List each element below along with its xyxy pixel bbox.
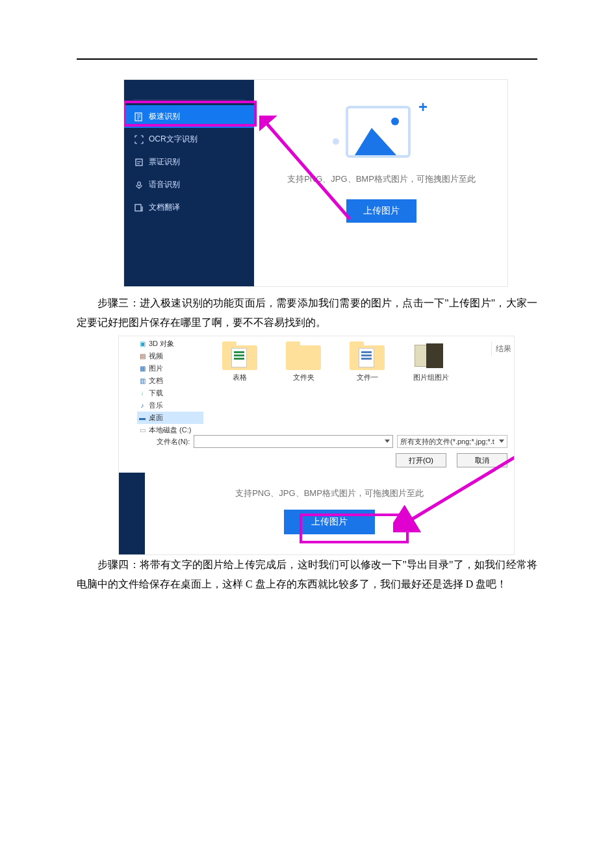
place-label: 音乐 — [149, 401, 163, 410]
disk-icon: ▭ — [138, 427, 146, 434]
music-icon: ♪ — [138, 402, 146, 410]
place-music[interactable]: ♪音乐 — [137, 399, 203, 412]
app-content: + 支持PNG、JPG、BMP格式图片，可拖拽图片至此 上传图片 — [254, 80, 508, 286]
folder-thumb-word[interactable]: 文件一 — [341, 338, 393, 403]
upload-button[interactable]: 上传图片 — [346, 199, 416, 223]
ocr-icon — [134, 135, 144, 144]
filename-input[interactable] — [194, 435, 393, 448]
upload-button[interactable]: 上传图片 — [284, 510, 375, 534]
place-label: 桌面 — [149, 413, 163, 423]
translate-icon — [134, 203, 144, 212]
place-label: 文档 — [149, 376, 163, 386]
sidebar-divider — [133, 99, 245, 100]
screenshot-step4: 结果 ▣3D 对象 ▤视频 ▦图片 ▥文档 ↓下载 ♪音乐 ▬桌面 ▭本地磁盘 … — [118, 336, 515, 555]
folder-thumb-excel[interactable]: 表格 — [214, 338, 266, 403]
horizontal-rule — [77, 58, 537, 60]
film-icon: ▤ — [138, 353, 146, 360]
paragraph-step4: 步骤四：将带有文字的图片给上传完成后，这时我们可以修改一下"导出目录"了，如我们… — [77, 555, 537, 593]
thumb-label: 图片组图片 — [405, 373, 457, 382]
filter-value: 所有支持的文件(*.png;*.jpg;*.t — [400, 438, 494, 445]
support-text: 支持PNG、JPG、BMP格式图片，可拖拽图片至此 — [145, 488, 514, 499]
place-desktop[interactable]: ▬桌面 — [137, 412, 203, 424]
support-text: 支持PNG、JPG、BMP格式图片，可拖拽图片至此 — [254, 173, 508, 185]
place-video[interactable]: ▤视频 — [137, 350, 203, 362]
filename-row: 文件名(N): 所有支持的文件(*.png;*.jpg;*.t — [157, 435, 507, 448]
thumb-label: 表格 — [214, 373, 266, 382]
place-label: 3D 对象 — [149, 339, 174, 349]
file-dialog-thumbnails: 表格 文件夹 文件一 图片组图片 — [207, 338, 511, 403]
upload-area[interactable]: + 支持PNG、JPG、BMP格式图片，可拖拽图片至此 上传图片 — [254, 80, 508, 223]
sidebar-item-label: OCR文字识别 — [149, 134, 198, 145]
svg-rect-3 — [135, 205, 141, 211]
sidebar-item-ocr[interactable]: OCR文字识别 — [124, 128, 254, 151]
thumb-label: 文件夹 — [277, 373, 329, 382]
folder-thumb-pictures[interactable]: 图片组图片 — [405, 338, 457, 403]
screenshot-step3: 极速识别 OCR文字识别 票证识别 语音识别 — [123, 79, 508, 287]
sidebar-item-speed-ocr[interactable]: 极速识别 — [124, 105, 254, 128]
app-sidebar: 极速识别 OCR文字识别 票证识别 语音识别 — [124, 80, 254, 286]
place-label: 图片 — [149, 364, 163, 373]
place-label: 本地磁盘 (C:) — [149, 425, 191, 435]
document-icon: ▥ — [138, 377, 146, 385]
thumb-label: 文件一 — [341, 373, 393, 382]
filename-label: 文件名(N): — [157, 437, 190, 447]
place-downloads[interactable]: ↓下载 — [137, 387, 203, 399]
sidebar-item-receipt[interactable]: 票证识别 — [124, 151, 254, 173]
place-label: 视频 — [149, 351, 163, 361]
paragraph-step3: 步骤三：进入极速识别的功能页面后，需要添加我们需要的图片，点击一下"上传图片"，… — [77, 293, 537, 332]
file-filter-dropdown[interactable]: 所有支持的文件(*.png;*.jpg;*.t — [397, 435, 507, 448]
app-sidebar-sliver — [119, 473, 145, 555]
chevron-down-icon — [385, 440, 390, 443]
cancel-button[interactable]: 取消 — [457, 453, 507, 467]
doc-speed-icon — [134, 112, 144, 121]
sidebar-item-label: 票证识别 — [149, 156, 180, 167]
place-3d[interactable]: ▣3D 对象 — [137, 338, 203, 350]
file-dialog-places: ▣3D 对象 ▤视频 ▦图片 ▥文档 ↓下载 ♪音乐 ▬桌面 ▭本地磁盘 (C:… — [137, 338, 203, 436]
sidebar-item-label: 极速识别 — [149, 111, 180, 122]
svg-rect-1 — [136, 159, 142, 166]
folder-thumb-plain[interactable]: 文件夹 — [277, 338, 329, 403]
desktop-icon: ▬ — [138, 414, 146, 422]
sidebar-item-label: 文档翻译 — [149, 202, 180, 213]
place-label: 下载 — [149, 388, 163, 398]
app-content-lower: 支持PNG、JPG、BMP格式图片，可拖拽图片至此 上传图片 — [145, 476, 514, 554]
receipt-icon — [134, 158, 144, 167]
svg-rect-2 — [138, 182, 140, 186]
place-documents[interactable]: ▥文档 — [137, 375, 203, 387]
download-icon: ↓ — [138, 390, 146, 397]
plus-icon: + — [418, 98, 428, 116]
sidebar-item-voice[interactable]: 语音识别 — [124, 173, 254, 196]
chevron-down-icon — [499, 440, 504, 443]
picture-icon: ▦ — [138, 365, 146, 373]
image-placeholder-icon: + — [346, 99, 417, 158]
dialog-button-row: 打开(O) 取消 — [396, 453, 507, 467]
place-pictures[interactable]: ▦图片 — [137, 362, 203, 375]
sidebar-item-translate[interactable]: 文档翻译 — [124, 196, 254, 219]
open-button[interactable]: 打开(O) — [396, 453, 446, 467]
sidebar-item-label: 语音识别 — [149, 179, 180, 190]
mic-icon — [134, 180, 144, 190]
cube-icon: ▣ — [138, 340, 146, 348]
